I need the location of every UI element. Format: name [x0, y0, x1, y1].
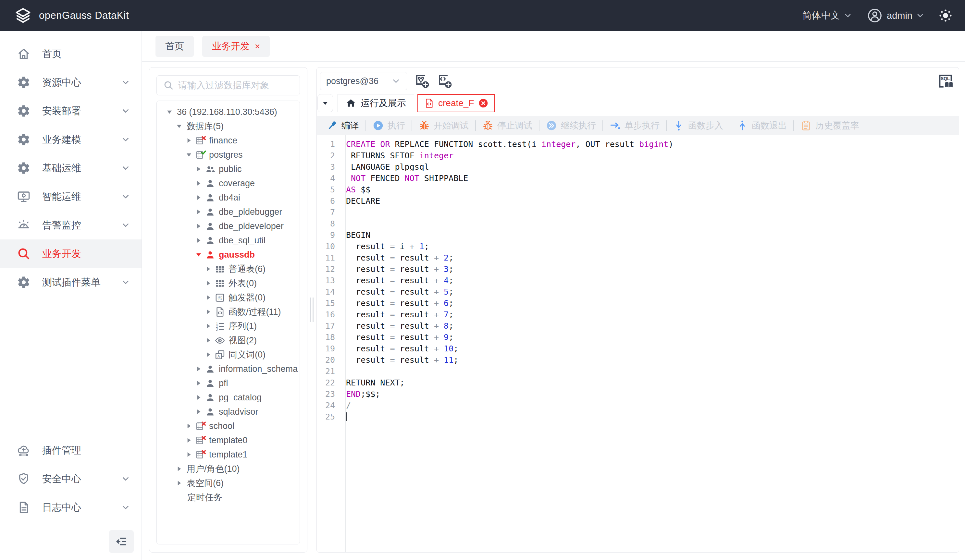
tree-node[interactable]: coverage	[158, 176, 298, 191]
db-x-icon	[195, 135, 206, 146]
sql-code-editor[interactable]: 1CREATE OR REPLACE FUNCTION scott.test(i…	[317, 135, 959, 552]
step-into-icon	[673, 120, 684, 131]
compile-button[interactable]: 编译	[320, 120, 365, 131]
sidebar-item-install-deploy[interactable]: 安装部署	[0, 97, 142, 125]
toolbar-button-label: 函数步入	[688, 120, 723, 131]
bug-outline-icon	[483, 120, 493, 131]
tab-run-and-display[interactable]: 运行及展示	[338, 94, 414, 112]
language-label: 简体中文	[802, 9, 840, 22]
sidebar-collapse-button[interactable]	[109, 530, 134, 553]
stop-debug-button[interactable]: 停止调试	[476, 120, 539, 131]
tree-node-label: dbe_pldeveloper	[219, 221, 284, 231]
chevron-down-icon	[391, 76, 401, 86]
step-out-button[interactable]: 函数退出	[730, 120, 793, 131]
resume-icon	[546, 120, 557, 131]
tree-node[interactable]: gaussdb	[158, 248, 298, 262]
tree-node[interactable]: 视图(2)	[158, 333, 298, 348]
tab-create-f[interactable]: create_F	[417, 94, 495, 112]
page-tab-business-dev[interactable]: 业务开发×	[202, 36, 270, 57]
user-menu[interactable]: admin	[867, 8, 925, 23]
text-cursor	[346, 412, 347, 421]
sidebar-item-business-dev[interactable]: 业务开发	[0, 240, 142, 268]
tree-node-label: dbe_sql_util	[219, 235, 265, 246]
tree-node[interactable]: 用户/角色(10)	[158, 462, 298, 476]
tree-node[interactable]: sqladvisor	[158, 405, 298, 419]
page-tab-home[interactable]: 首页	[155, 36, 194, 57]
sql-reference-icon[interactable]: SQL	[937, 73, 954, 89]
caret-right-icon	[204, 293, 213, 302]
connection-select[interactable]: postgres@36	[320, 72, 407, 90]
sidebar-item-alert-monitor[interactable]: 告警监控	[0, 211, 142, 240]
sidebar-item-basic-ops[interactable]: 基础运维	[0, 154, 142, 182]
chevron-down-icon	[121, 78, 131, 87]
tree-node[interactable]: public	[158, 162, 298, 176]
tree-node[interactable]: dbe_pldeveloper	[158, 219, 298, 233]
new-sql-window-icon[interactable]	[437, 73, 453, 89]
tree-node[interactable]: 123序列(1)	[158, 319, 298, 333]
start-debug-button[interactable]: 开始调试	[412, 120, 475, 131]
tree-node[interactable]: pg_catalog	[158, 390, 298, 405]
tree-node[interactable]: postgres	[158, 148, 298, 162]
tree-node[interactable]: information_schema	[158, 362, 298, 376]
tree-node[interactable]: template1	[158, 447, 298, 462]
editor-tab-list-button[interactable]	[317, 94, 333, 112]
caret-right-icon	[185, 422, 193, 430]
sidebar-item-intelligent-ops[interactable]: 智能运维	[0, 182, 142, 211]
caret-down-icon	[165, 108, 173, 116]
tree-node-label: postgres	[209, 150, 243, 160]
database-tree: 36 (192.168.110.30:5436)数据库(5)financepos…	[157, 101, 300, 544]
tree-node[interactable]: finance	[158, 133, 298, 148]
tree-node[interactable]: db4ai	[158, 191, 298, 205]
gear-icon	[17, 104, 31, 118]
code-line: 17 result = result + 8;	[317, 320, 959, 331]
monitor-icon	[17, 190, 31, 203]
tree-node[interactable]: pfl	[158, 376, 298, 390]
tree-node[interactable]: dbe_sql_util	[158, 233, 298, 248]
sidebar-item-label: 安全中心	[42, 472, 81, 486]
sidebar-item-resource-center[interactable]: 资源中心	[0, 68, 142, 97]
panel-splitter[interactable]	[307, 67, 316, 553]
language-selector[interactable]: 简体中文	[802, 9, 852, 22]
continue-button[interactable]: 继续执行	[540, 120, 602, 131]
sidebar-item-label: 安装部署	[42, 104, 81, 118]
tree-node[interactable]: template0	[158, 433, 298, 447]
svg-text:SQL: SQL	[940, 76, 950, 81]
close-icon[interactable]: ×	[255, 42, 260, 51]
history-coverage-button[interactable]: 历史覆盖率	[794, 120, 866, 131]
user-icon	[205, 221, 216, 232]
tree-node[interactable]: A同义词(0)	[158, 348, 298, 362]
tree-node[interactable]: 数据库(5)	[158, 119, 298, 133]
step-out-icon	[737, 120, 748, 131]
tree-node[interactable]: 表空间(6)	[158, 476, 298, 490]
tree-node[interactable]: school	[158, 419, 298, 433]
sidebar-item-home[interactable]: 首页	[0, 39, 142, 68]
line-number: 6	[317, 195, 340, 207]
execute-button[interactable]: 执行	[366, 120, 412, 131]
tree-node-label: 用户/角色(10)	[186, 463, 240, 475]
step-over-button[interactable]: 单步执行	[603, 120, 666, 131]
close-circle-icon[interactable]	[478, 98, 489, 108]
gear-icon	[17, 276, 31, 289]
tree-node[interactable]: dbe_pldebugger	[158, 205, 298, 219]
tree-node[interactable]: 定时任务	[158, 490, 298, 504]
sidebar-item-business-modeling[interactable]: 业务建模	[0, 125, 142, 154]
tree-node[interactable]: if()触发器(0)	[158, 291, 298, 305]
tree-search-input[interactable]	[178, 80, 295, 90]
code-line: 23END;$$;	[317, 389, 959, 400]
tree-node[interactable]: 普通表(6)	[158, 262, 298, 276]
tree-node[interactable]: 函数/过程(11)	[158, 305, 298, 319]
line-number: 20	[317, 354, 340, 366]
new-debug-terminal-icon[interactable]	[414, 73, 430, 89]
tree-node[interactable]: 36 (192.168.110.30:5436)	[158, 105, 298, 119]
sidebar-item-test-plugin-menu[interactable]: 测试插件菜单	[0, 268, 142, 297]
theme-toggle-icon[interactable]	[938, 8, 953, 23]
code-line: 12 result = result + 3;	[317, 263, 959, 275]
tree-node-label: finance	[209, 136, 237, 146]
tree-node[interactable]: 外表(0)	[158, 276, 298, 291]
sidebar-item-security-center[interactable]: 安全中心	[0, 465, 142, 493]
tree-node-label: template0	[209, 436, 248, 446]
sidebar-item-log-center[interactable]: 日志中心	[0, 493, 142, 522]
toolbar-button-label: 开始调试	[433, 120, 469, 131]
step-into-button[interactable]: 函数步入	[667, 120, 729, 131]
sidebar-item-plugin-manage[interactable]: 插件管理	[0, 436, 142, 465]
